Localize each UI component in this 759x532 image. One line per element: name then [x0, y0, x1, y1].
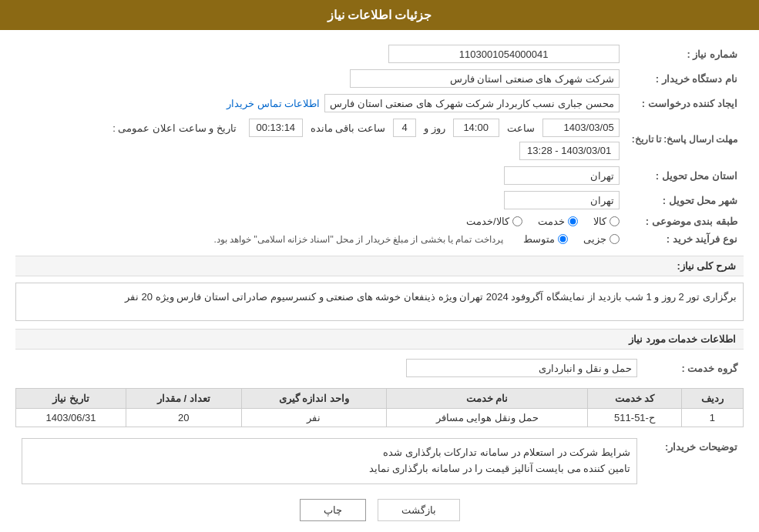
cell-radif: 1: [681, 409, 743, 427]
col-vahedAndaze: واحد اندازه گیری: [241, 389, 387, 409]
page-title: جزئیات اطلاعات نیاز: [327, 8, 432, 22]
col-tedad: تعداد / مقدار: [126, 389, 242, 409]
saat-value: 14:00: [453, 119, 499, 137]
noeFarayand-label: نوع فرآیند خرید :: [626, 230, 744, 248]
col-namKhadamat: نام خدمت: [387, 389, 588, 409]
radio-khadamat: خدمت: [538, 216, 578, 227]
ijadKonande-label: ایجاد کننده درخواست :: [626, 91, 744, 115]
tarikh-aelan-value: 1403/03/01 - 13:28: [519, 142, 620, 160]
grohKhadamat-value: حمل و نقل و انبارداری: [406, 359, 637, 377]
radio-kala-khadamat-input[interactable]: [512, 216, 522, 226]
tarikh-aelan-label: تاریخ و ساعت اعلان عمومی :: [113, 122, 237, 134]
radio-jozi: جزیی: [583, 233, 620, 245]
namDastgah-label: نام دستگاه خریدار :: [626, 66, 744, 91]
col-tarikh: تاریخ نیاز: [16, 389, 126, 409]
cell-kodKhadamat: ح-51-511: [588, 409, 682, 427]
shomareNiaz-label: شماره نیاز :: [626, 42, 744, 66]
tarikh-value: 1403/03/05: [542, 119, 620, 137]
ostan-value: تهران: [504, 166, 620, 185]
sharhKolli-section-title: شرح کلی نیاز:: [15, 256, 744, 276]
tozihat-line1: شرایط شرکت در استعلام در سامانه تدارکات …: [383, 447, 630, 458]
radio-kala-label: کالا: [593, 216, 606, 227]
sharhKolli-value: برگزاری تور 2 روز و 1 شب بازدید از نمایش…: [15, 283, 744, 321]
mohlatErsal-label: مهلت ارسال پاسخ: تا تاریخ:: [626, 115, 744, 163]
back-button[interactable]: بازگشت: [378, 499, 460, 521]
baqiMande-value: 00:13:14: [249, 119, 303, 137]
shahr-value: تهران: [504, 191, 620, 209]
cell-namKhadamat: حمل ونقل هوایی مسافر: [387, 409, 588, 427]
radio-jozi-input[interactable]: [610, 234, 620, 244]
radio-motevaset: متوسط: [523, 233, 568, 245]
page-header: جزئیات اطلاعات نیاز: [0, 0, 759, 30]
ettelaatKhadamat-section-title: اطلاعات خدمات مورد نیاز: [15, 329, 744, 350]
table-row: 1ح-51-511حمل ونقل هوایی مسافرنفر201403/0…: [16, 409, 744, 427]
shahr-label: شهر محل تحویل :: [626, 188, 744, 212]
rooz-label: روز و: [424, 122, 445, 134]
sharhKolli-label: شرح کلی نیاز:: [677, 260, 736, 272]
tozihat-label: توضیحات خریدار:: [643, 435, 744, 487]
col-radif: ردیف: [681, 389, 743, 409]
radio-kala: کالا: [593, 216, 620, 227]
ijadKonande-value: محسن جباری نسب کاربردار شرکت شهرک های صن…: [324, 94, 620, 112]
noeFarayand-note: پرداخت تمام یا بخشی از مبلغ خریدار از مح…: [213, 234, 502, 245]
ostan-label: استان محل تحویل :: [626, 163, 744, 188]
radio-kala-khadamat: کالا/خدمت: [466, 216, 522, 227]
radio-kala-input[interactable]: [610, 216, 620, 226]
radio-kala-khadamat-label: کالا/خدمت: [466, 216, 509, 227]
saat-label: ساعت: [507, 122, 535, 134]
buttons-container: بازگشت چاپ: [15, 499, 744, 521]
radio-motevaset-input[interactable]: [558, 234, 568, 244]
namDastgah-value: شرکت شهرک های صنعتی استان فارس: [350, 69, 620, 88]
ettelaatKhadamat-label: اطلاعات خدمات مورد نیاز: [629, 333, 736, 345]
grohKhadamat-label: گروه خدمت :: [643, 356, 744, 380]
radio-jozi-label: جزیی: [583, 233, 606, 245]
baqiMande-label: ساعت باقی مانده: [311, 122, 385, 134]
contact-info-link[interactable]: اطلاعات تماس خریدار: [227, 98, 320, 109]
print-button[interactable]: چاپ: [300, 499, 366, 521]
tozihat-line2: تامین کننده می بایست آنالیز قیمت را در س…: [369, 463, 630, 474]
cell-tarikh: 1403/06/31: [16, 409, 126, 427]
radio-khadamat-label: خدمت: [538, 216, 565, 227]
col-kodKhadamat: کد خدمت: [588, 389, 682, 409]
tabaqe-label: طبقه بندی موضوعی :: [626, 212, 744, 230]
radio-khadamat-input[interactable]: [568, 216, 578, 226]
rooz-value: 4: [393, 119, 416, 137]
cell-tedad: 20: [126, 409, 242, 427]
radio-motevaset-label: متوسط: [523, 233, 555, 245]
cell-vahedAndaze: نفر: [241, 409, 387, 427]
tozihat-value: شرایط شرکت در استعلام در سامانه تدارکات …: [22, 438, 637, 484]
shomareNiaz-value: 1103001054000041: [388, 45, 620, 63]
